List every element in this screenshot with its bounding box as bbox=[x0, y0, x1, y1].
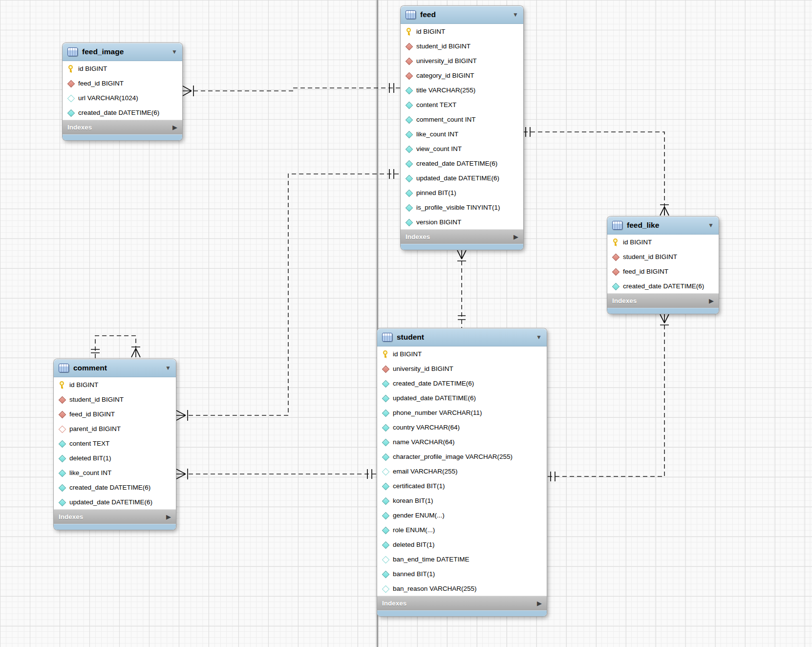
table-header-feed_image[interactable]: feed_image ▼ bbox=[63, 43, 182, 61]
column-row[interactable]: student_id BIGINT bbox=[54, 392, 176, 407]
column-list: id BIGINT student_id BIGINT university_i… bbox=[401, 24, 523, 229]
column-row[interactable]: id BIGINT bbox=[607, 235, 719, 249]
column-row[interactable]: id BIGINT bbox=[377, 346, 547, 361]
column-row[interactable]: comment_count INT bbox=[401, 112, 523, 127]
column-icon bbox=[405, 116, 412, 123]
column-row[interactable]: created_date DATETIME(6) bbox=[54, 480, 176, 495]
column-row[interactable]: updated_date DATETIME(6) bbox=[54, 495, 176, 509]
collapse-arrow-icon[interactable]: ▼ bbox=[171, 48, 177, 55]
column-row[interactable]: university_id BIGINT bbox=[377, 361, 547, 376]
column-icon bbox=[382, 438, 389, 446]
expand-arrow-icon: ▶ bbox=[709, 297, 714, 304]
column-label: view_count INT bbox=[416, 145, 462, 152]
column-label: category_id BIGINT bbox=[416, 72, 474, 79]
column-row[interactable]: feed_id BIGINT bbox=[63, 76, 182, 90]
column-label: comment_count INT bbox=[416, 116, 476, 123]
table-icon bbox=[67, 47, 78, 56]
column-icon bbox=[58, 484, 65, 491]
column-icon bbox=[405, 57, 412, 65]
column-row[interactable]: ban_end_time DATETIME bbox=[377, 552, 547, 566]
column-label: updated_date DATETIME(6) bbox=[69, 498, 152, 506]
relationship-feed-student[interactable] bbox=[457, 250, 466, 328]
column-row[interactable]: id BIGINT bbox=[54, 377, 176, 392]
column-row[interactable]: email VARCHAR(255) bbox=[377, 464, 547, 478]
column-row[interactable]: created_date DATETIME(6) bbox=[607, 279, 719, 293]
column-row[interactable]: id BIGINT bbox=[401, 24, 523, 39]
collapse-arrow-icon[interactable]: ▼ bbox=[708, 222, 714, 229]
column-icon bbox=[405, 72, 412, 79]
column-label: pinned BIT(1) bbox=[416, 189, 456, 196]
collapse-arrow-icon[interactable]: ▼ bbox=[536, 334, 542, 341]
column-row[interactable]: title VARCHAR(255) bbox=[401, 83, 523, 97]
column-row[interactable]: parent_id BIGINT bbox=[54, 421, 176, 436]
indexes-footer[interactable]: Indexes ▶ bbox=[54, 509, 176, 524]
column-row[interactable]: name VARCHAR(64) bbox=[377, 434, 547, 449]
column-row[interactable]: category_id BIGINT bbox=[401, 68, 523, 83]
column-row[interactable]: university_id BIGINT bbox=[401, 53, 523, 68]
column-row[interactable]: country VARCHAR(64) bbox=[377, 420, 547, 434]
column-row[interactable]: like_count INT bbox=[54, 465, 176, 480]
indexes-footer[interactable]: Indexes ▶ bbox=[63, 120, 182, 134]
column-row[interactable]: created_date DATETIME(6) bbox=[401, 156, 523, 171]
relationship-comment-self[interactable] bbox=[91, 336, 140, 358]
table-header-feed[interactable]: feed ▼ bbox=[401, 6, 523, 24]
column-label: created_date DATETIME(6) bbox=[69, 484, 150, 491]
column-label: banned BIT(1) bbox=[393, 570, 435, 578]
column-row[interactable]: pinned BIT(1) bbox=[401, 185, 523, 200]
column-label: created_date DATETIME(6) bbox=[393, 380, 474, 387]
column-label: like_count INT bbox=[69, 469, 111, 476]
column-row[interactable]: korean BIT(1) bbox=[377, 493, 547, 508]
column-row[interactable]: character_profile_image VARCHAR(255) bbox=[377, 449, 547, 464]
table-header-student[interactable]: student ▼ bbox=[377, 328, 547, 346]
column-icon bbox=[405, 189, 412, 196]
column-row[interactable]: feed_id BIGINT bbox=[54, 407, 176, 421]
column-row[interactable]: role ENUM(...) bbox=[377, 522, 547, 537]
relationship-comment-feed[interactable] bbox=[176, 169, 401, 421]
column-row[interactable]: content TEXT bbox=[401, 97, 523, 112]
column-row[interactable]: version BIGINT bbox=[401, 215, 523, 229]
column-icon bbox=[405, 101, 412, 108]
column-row[interactable]: created_date DATETIME(6) bbox=[377, 376, 547, 390]
table-header-comment[interactable]: comment ▼ bbox=[54, 359, 176, 377]
column-icon bbox=[382, 482, 389, 490]
collapse-arrow-icon[interactable]: ▼ bbox=[165, 365, 171, 371]
relationship-feed_like-feed[interactable] bbox=[523, 127, 669, 216]
table-title: student bbox=[397, 333, 424, 342]
column-row[interactable]: feed_id BIGINT bbox=[607, 264, 719, 279]
column-icon bbox=[382, 394, 389, 402]
indexes-label: Indexes bbox=[406, 233, 430, 240]
column-row[interactable]: gender ENUM(...) bbox=[377, 508, 547, 522]
relationship-comment-student[interactable] bbox=[176, 469, 377, 479]
column-row[interactable]: view_count INT bbox=[401, 141, 523, 156]
column-label: student_id BIGINT bbox=[416, 43, 470, 50]
column-row[interactable]: updated_date DATETIME(6) bbox=[377, 390, 547, 405]
column-row[interactable]: updated_date DATETIME(6) bbox=[401, 171, 523, 185]
column-row[interactable]: student_id BIGINT bbox=[607, 249, 719, 264]
relationship-feed_image-feed[interactable] bbox=[183, 83, 401, 96]
column-icon bbox=[405, 130, 412, 138]
column-row[interactable]: deleted BIT(1) bbox=[377, 537, 547, 552]
column-row[interactable]: is_profile_visible TINYINT(1) bbox=[401, 200, 523, 215]
column-icon bbox=[382, 556, 389, 563]
indexes-footer[interactable]: Indexes ▶ bbox=[377, 596, 547, 610]
column-row[interactable]: deleted BIT(1) bbox=[54, 451, 176, 465]
column-row[interactable]: content TEXT bbox=[54, 436, 176, 451]
table-header-feed_like[interactable]: feed_like ▼ bbox=[607, 216, 719, 235]
table-icon bbox=[406, 10, 416, 19]
column-row[interactable]: url VARCHAR(1024) bbox=[63, 90, 182, 105]
collapse-arrow-icon[interactable]: ▼ bbox=[513, 11, 518, 18]
indexes-footer[interactable]: Indexes ▶ bbox=[607, 293, 719, 308]
column-row[interactable]: created_date DATETIME(6) bbox=[63, 105, 182, 120]
column-row[interactable]: like_count INT bbox=[401, 127, 523, 141]
column-row[interactable]: student_id BIGINT bbox=[401, 39, 523, 53]
column-row[interactable]: id BIGINT bbox=[63, 61, 182, 76]
column-row[interactable]: banned BIT(1) bbox=[377, 566, 547, 581]
relationship-feed_like-student[interactable] bbox=[547, 314, 669, 481]
column-row[interactable]: certificated BIT(1) bbox=[377, 478, 547, 493]
column-icon bbox=[58, 469, 65, 476]
column-label: country VARCHAR(64) bbox=[393, 424, 460, 431]
indexes-footer[interactable]: Indexes ▶ bbox=[401, 229, 523, 244]
column-row[interactable]: phone_number VARCHAR(11) bbox=[377, 405, 547, 420]
column-row[interactable]: ban_reason VARCHAR(255) bbox=[377, 581, 547, 596]
column-icon bbox=[67, 109, 74, 116]
